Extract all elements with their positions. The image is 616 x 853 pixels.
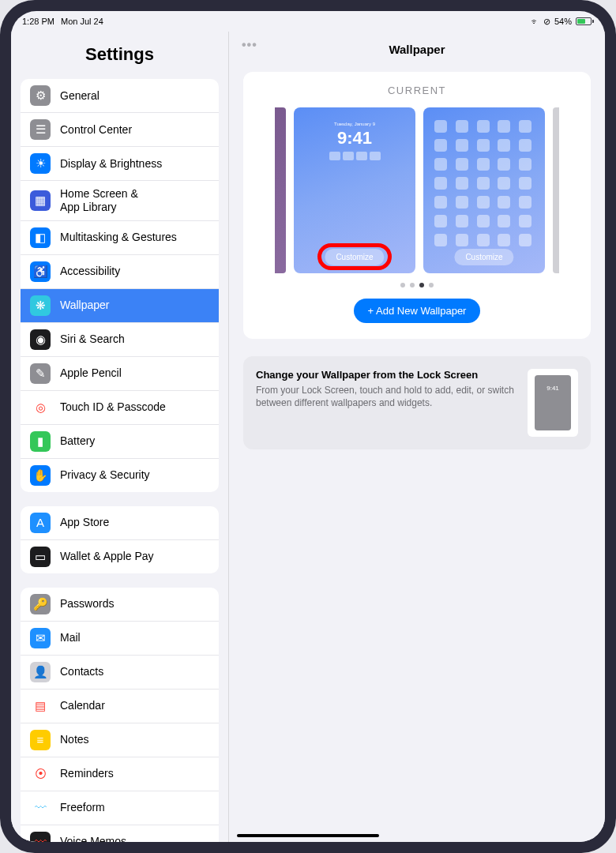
sidebar-item-label: Siri & Search [60, 333, 125, 346]
sidebar-scroll[interactable]: ⚙General☰Control Center☀Display & Bright… [11, 73, 228, 842]
sidebar-item-label: Display & Brightness [60, 157, 162, 171]
sidebar-item-privacy[interactable]: ✋Privacy & Security [21, 459, 219, 492]
sidebar-item-multitasking[interactable]: ◧Multitasking & Gestures [21, 221, 219, 255]
sidebar-item-label: Wallpaper [60, 299, 110, 312]
sidebar-item-label: Battery [60, 434, 95, 448]
sidebar-item-label: Accessibility [60, 265, 120, 278]
status-date: Mon Jul 24 [61, 17, 103, 26]
page-dot[interactable] [419, 283, 424, 287]
sidebar-item-label: Notes [60, 733, 89, 746]
accessibility-icon: ♿ [30, 261, 51, 282]
battery-pct: 54% [554, 17, 572, 26]
sidebar-item-label: Reminders [60, 767, 114, 780]
sidebar-item-label: Freeform [60, 801, 105, 814]
sidebar-item-accessibility[interactable]: ♿Accessibility [21, 255, 219, 289]
voice-memos-icon: 〰 [30, 832, 51, 842]
next-wallpaper-peek[interactable] [553, 107, 559, 273]
control-center-icon: ☰ [30, 119, 51, 140]
sidebar-item-voice-memos[interactable]: 〰Voice Memos [21, 825, 219, 842]
sidebar-item-control-center[interactable]: ☰Control Center [21, 113, 219, 147]
home-screen-preview[interactable]: Customize [423, 107, 545, 273]
customize-lock-button[interactable]: Customize [325, 249, 384, 265]
app-store-icon: A [30, 513, 51, 533]
siri-icon: ◉ [30, 329, 51, 350]
sidebar-item-battery[interactable]: ▮Battery [21, 425, 219, 459]
sidebar-item-label: Apple Pencil [60, 366, 122, 380]
general-icon: ⚙ [30, 85, 51, 106]
sidebar-item-label: Touch ID & Passcode [60, 400, 166, 414]
sidebar-item-label: General [60, 89, 100, 103]
info-desc: From your Lock Screen, touch and hold to… [256, 384, 518, 409]
calendar-icon: ▤ [30, 696, 51, 716]
sidebar-item-label: Privacy & Security [60, 468, 150, 482]
sidebar-item-calendar[interactable]: ▤Calendar [21, 690, 219, 723]
sidebar-item-label: Control Center [60, 123, 132, 137]
prev-wallpaper-peek[interactable] [275, 107, 286, 273]
info-title: Change your Wallpaper from the Lock Scre… [256, 369, 518, 381]
sidebar-item-label: Voice Memos [60, 835, 126, 842]
lock-screen-preview[interactable]: Tuesday, January 9 9:41 Customize [294, 107, 415, 273]
sidebar-title: Settings [11, 32, 228, 73]
sidebar-item-wallpaper[interactable]: ❋Wallpaper [21, 289, 219, 323]
info-thumbnail: 9:41 [528, 369, 578, 437]
sidebar-item-home-screen[interactable]: ▦Home Screen &App Library [21, 181, 219, 221]
mail-icon: ✉ [30, 628, 51, 648]
freeform-icon: 〰 [30, 798, 51, 818]
sidebar-item-mail[interactable]: ✉Mail [21, 622, 219, 656]
touch-id-icon: ◎ [30, 397, 51, 418]
current-wallpaper-card: CURRENT Tuesday, January 9 9:41 Customiz… [243, 72, 591, 339]
status-bar: 1:28 PM Mon Jul 24 ᯤ ⊘ 54% [11, 11, 605, 32]
lock-date: Tuesday, January 9 [334, 122, 375, 126]
home-indicator[interactable] [237, 834, 379, 837]
notes-icon: ≡ [30, 730, 51, 750]
page-dot[interactable] [410, 283, 415, 287]
sidebar-item-freeform[interactable]: 〰Freeform [21, 791, 219, 825]
rotation-lock-icon: ⊘ [543, 17, 550, 27]
battery-icon: ▮ [30, 431, 51, 452]
home-screen-icon: ▦ [30, 190, 51, 211]
info-thumb-time: 9:41 [547, 385, 559, 430]
page-dots[interactable] [256, 283, 578, 287]
sidebar-item-siri[interactable]: ◉Siri & Search [21, 323, 219, 357]
apple-pencil-icon: ✎ [30, 363, 51, 384]
sidebar-item-contacts[interactable]: 👤Contacts [21, 656, 219, 690]
sidebar-item-wallet[interactable]: ▭Wallet & Apple Pay [21, 540, 219, 573]
lock-widgets [329, 152, 381, 160]
ipad-frame: 1:28 PM Mon Jul 24 ᯤ ⊘ 54% Settings ⚙Gen… [0, 0, 616, 853]
sidebar-item-passwords[interactable]: 🔑Passwords [21, 588, 219, 622]
main-header: ••• Wallpaper [229, 32, 605, 64]
sidebar-item-label: Calendar [60, 699, 105, 712]
sidebar-item-label: Multitasking & Gestures [60, 231, 177, 244]
sidebar-item-general[interactable]: ⚙General [21, 79, 219, 113]
privacy-icon: ✋ [30, 465, 51, 486]
page-dot[interactable] [400, 283, 405, 287]
more-icon[interactable]: ••• [242, 38, 257, 52]
sidebar-item-app-store[interactable]: AApp Store [21, 506, 219, 540]
screen: 1:28 PM Mon Jul 24 ᯤ ⊘ 54% Settings ⚙Gen… [11, 11, 605, 842]
sidebar-item-notes[interactable]: ≡Notes [21, 723, 219, 757]
sidebar-item-label: Passwords [60, 597, 114, 611]
page-dot[interactable] [429, 283, 434, 287]
wifi-icon: ᯤ [531, 17, 539, 26]
contacts-icon: 👤 [30, 662, 51, 682]
sidebar-item-label: Contacts [60, 665, 103, 678]
lock-screen-info-card: Change your Wallpaper from the Lock Scre… [243, 356, 591, 449]
sidebar-item-reminders[interactable]: ⦿Reminders [21, 757, 219, 791]
settings-sidebar: Settings ⚙General☰Control Center☀Display… [11, 32, 229, 842]
sidebar-item-display[interactable]: ☀Display & Brightness [21, 147, 219, 181]
wallpaper-icon: ❋ [30, 295, 51, 316]
multitasking-icon: ◧ [30, 227, 51, 248]
battery-icon [576, 17, 594, 25]
app-grid-icon [434, 120, 534, 246]
status-time: 1:28 PM [22, 17, 54, 26]
display-icon: ☀ [30, 153, 51, 174]
add-new-wallpaper-button[interactable]: + Add New Wallpaper [354, 299, 481, 323]
page-title: Wallpaper [389, 43, 445, 56]
sidebar-item-label: Home Screen &App Library [60, 187, 138, 214]
current-label: CURRENT [256, 85, 578, 96]
wallet-icon: ▭ [30, 547, 51, 567]
sidebar-item-touch-id[interactable]: ◎Touch ID & Passcode [21, 391, 219, 425]
customize-home-button[interactable]: Customize [454, 249, 513, 265]
lock-time: 9:41 [337, 128, 372, 148]
sidebar-item-apple-pencil[interactable]: ✎Apple Pencil [21, 357, 219, 391]
